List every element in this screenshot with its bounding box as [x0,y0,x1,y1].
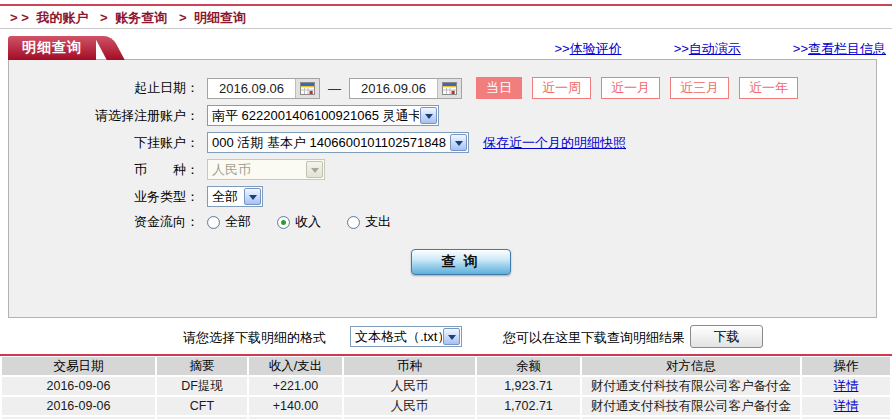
query-form-panel: 起止日期： 2016.09.06 — 2016.09.06 [8,59,877,318]
registered-account-row: 请选择注册账户： 南平 6222001406100921065 灵通卡 [9,105,876,126]
chevron-down-icon [443,328,460,345]
radio-income-selected[interactable] [277,216,290,229]
date-range-row: 起止日期： 2016.09.06 — 2016.09.06 [9,77,876,99]
registered-account-label: 请选择注册账户： [9,107,199,125]
currency-row: 币 种： 人民币 [9,159,876,180]
download-row: 请您选择下载明细的格式 文本格式（.txt） 您可以在这里下载查询明细结果 下载 [0,322,892,352]
quick-range-buttons: 当日 近一周 近一月 近三月 近一年 [476,77,798,99]
cell-amount: +221.00 [249,377,342,395]
calendar-icon[interactable] [437,79,461,98]
currency-label: 币 种： [9,161,199,179]
header-currency: 币种 [344,357,475,375]
date-range-separator: — [328,81,341,96]
fund-flow-option-expense: 支出 [347,213,391,231]
cell-counterparty: 财付通支付科技有限公司客户备付金 [582,397,800,415]
table-row: 2016-09-06 CFT +140.00 人民币 1,702.71 财付通支… [2,397,890,415]
chevron-down-icon [420,107,437,124]
detail-link[interactable]: 详情 [834,399,859,413]
header-counterparty: 对方信息 [582,357,800,375]
cell-balance: 1,702.71 [477,397,580,415]
header-summary: 摘要 [157,357,247,375]
breadcrumb-prefix: > > [10,10,29,25]
cell-summary: DF提现 [157,377,247,395]
quick-range-year-button[interactable]: 近一年 [739,77,798,99]
header-balance: 余额 [477,357,580,375]
cell-date: 2016-09-06 [2,397,155,415]
table-top-divider [0,354,892,356]
breadcrumb-item-detail-query[interactable]: 明细查询 [194,10,246,25]
business-type-label: 业务类型： [9,188,199,206]
download-format-select[interactable]: 文本格式（.txt） [350,326,462,347]
date-range-label: 起止日期： [9,79,199,97]
link-auto-demo[interactable]: >>自动演示 [674,40,741,58]
breadcrumb: > > 我的账户 > 账务查询 > 明细查询 [10,9,250,27]
quick-range-today-button[interactable]: 当日 [476,77,522,99]
registered-account-select[interactable]: 南平 6222001406100921065 灵通卡 [207,105,439,126]
tab-detail-query[interactable]: 明细查询 [8,36,96,60]
business-type-row: 业务类型： 全部 [9,186,876,207]
currency-select: 人民币 [207,159,325,180]
date-to-input[interactable]: 2016.09.06 [349,78,462,99]
query-button[interactable]: 查 询 [411,249,511,275]
radio-expense[interactable] [347,216,360,229]
cell-amount: +140.00 [249,397,342,415]
page-top-divider [0,4,892,6]
quick-range-month-button[interactable]: 近一月 [601,77,660,99]
cell-currency: 人民币 [344,377,475,395]
radio-all[interactable] [207,216,220,229]
detail-link[interactable]: 详情 [834,379,859,393]
breadcrumb-item-account-query[interactable]: 账务查询 [115,10,167,25]
quick-range-quarter-button[interactable]: 近三月 [670,77,729,99]
cell-date: 2016-09-06 [2,377,155,395]
date-from-value: 2016.09.06 [208,79,295,98]
chevron-down-icon [450,134,467,151]
sub-account-label: 下挂账户： [9,134,199,152]
quick-range-week-button[interactable]: 近一周 [532,77,591,99]
header-date: 交易日期 [2,357,155,375]
tab-detail-query-label: 明细查询 [8,36,96,59]
link-view-column-info[interactable]: >>查看栏目信息 [793,40,886,58]
fund-flow-option-all: 全部 [207,213,251,231]
sub-account-row: 下挂账户： 000 活期 基本户 1406600101102571848 保存近… [9,132,876,153]
link-experience-evaluation[interactable]: >>体验评价 [554,40,621,58]
save-monthly-snapshot-link[interactable]: 保存近一个月的明细快照 [483,134,626,152]
query-button-row: 查 询 [9,249,876,275]
breadcrumb-separator: > [179,10,187,25]
cell-balance: 1,923.71 [477,377,580,395]
chevron-down-icon [306,161,323,178]
cell-summary: CFT [157,397,247,415]
download-format-label: 请您选择下载明细的格式 [183,329,326,347]
download-hint-text: 您可以在这里下载查询明细结果 [503,329,685,347]
transaction-table: 交易日期 摘要 收入/支出 币种 余额 对方信息 操作 2016-09-06 D… [2,357,890,419]
fund-flow-row: 资金流向： 全部 收入 支出 [9,213,876,231]
table-header-row: 交易日期 摘要 收入/支出 币种 余额 对方信息 操作 [2,357,890,375]
date-from-input[interactable]: 2016.09.06 [207,78,320,99]
fund-flow-label: 资金流向： [9,213,199,231]
breadcrumb-divider [0,28,892,29]
fund-flow-radio-group: 全部 收入 支出 [207,213,391,231]
business-type-select[interactable]: 全部 [207,186,263,207]
header-action: 操作 [802,357,890,375]
breadcrumb-separator: > [100,10,108,25]
chevron-down-icon [244,188,261,205]
top-links: >>体验评价 >>自动演示 >>查看栏目信息 [554,40,886,58]
download-button[interactable]: 下载 [690,325,763,348]
breadcrumb-item-my-account[interactable]: 我的账户 [36,10,88,25]
header-amount: 收入/支出 [249,357,342,375]
calendar-icon[interactable] [295,79,319,98]
fund-flow-option-income: 收入 [277,213,321,231]
sub-account-select[interactable]: 000 活期 基本户 1406600101102571848 [207,132,469,153]
cell-currency: 人民币 [344,397,475,415]
date-to-value: 2016.09.06 [350,79,437,98]
table-row: 2016-09-06 DF提现 +221.00 人民币 1,923.71 财付通… [2,377,890,395]
cell-counterparty: 财付通支付科技有限公司客户备付金 [582,377,800,395]
